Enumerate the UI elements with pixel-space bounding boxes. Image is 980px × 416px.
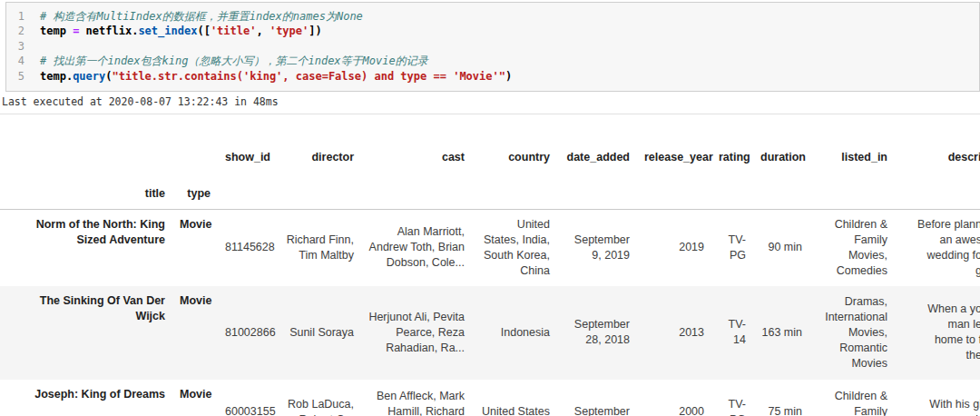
cell-director: Richard Finn, Tim Maltby xyxy=(278,210,361,286)
line-number: 5 xyxy=(6,69,35,84)
cell-show_id: 60003155 xyxy=(218,380,278,416)
line-number: 1 xyxy=(6,9,35,24)
index-name-type: type xyxy=(172,187,218,210)
col-header-duration: duration xyxy=(753,138,809,187)
code-line[interactable]: 1# 构造含有MultiIndex的数据框，并重置index的names为Non… xyxy=(6,9,979,24)
index-name-spacer xyxy=(753,187,809,210)
col-header-country: country xyxy=(472,138,557,187)
description-line: an awes xyxy=(902,233,980,248)
index-name-spacer xyxy=(895,187,980,210)
code-token: temp xyxy=(40,25,73,37)
col-header-director: director xyxy=(278,138,361,187)
cell-cast: Herjunot Ali, Pevita Pearce, Reza Rahadi… xyxy=(361,286,472,380)
cell-show_id: 81145628 xyxy=(218,210,278,286)
code-text[interactable]: temp = netflix.set_index(['title', 'type… xyxy=(35,24,322,38)
table-row: The Sinking Of Van Der WijckMovie8100286… xyxy=(0,286,980,380)
description-line: wedding fo xyxy=(902,248,980,263)
index-name-spacer xyxy=(278,187,361,210)
code-token: # 找出第一个index包含king（忽略大小写），第二个index等于Movi… xyxy=(40,54,428,67)
execution-status: Last executed at 2020-08-07 13:22:43 in … xyxy=(0,92,980,114)
index-name-title: title xyxy=(0,187,172,210)
row-index-type: Movie xyxy=(172,210,218,286)
cell-listed_in: Children & Family Movies, xyxy=(809,380,895,416)
line-number: 2 xyxy=(6,24,35,38)
table-row: Norm of the North: King Sized AdventureM… xyxy=(0,210,980,286)
cell-duration: 75 min xyxy=(753,380,809,416)
index-name-spacer xyxy=(637,187,711,210)
cell-description: Before plannan aweswedding fog xyxy=(895,210,980,286)
cell-rating: TV-PG xyxy=(711,380,753,416)
code-line[interactable]: 4# 找出第一个index包含king（忽略大小写），第二个index等于Mov… xyxy=(6,54,979,68)
code-line[interactable]: 3 xyxy=(6,39,979,54)
line-number: 3 xyxy=(6,39,35,54)
description-line: dr xyxy=(902,412,980,416)
code-text[interactable]: # 找出第一个index包含king（忽略大小写），第二个index等于Movi… xyxy=(35,54,428,68)
row-index-title: Joseph: King of Dreams xyxy=(0,380,172,416)
line-number: 4 xyxy=(6,54,35,68)
col-header-cast: cast xyxy=(361,138,472,187)
notebook-page: { "code_cell": { "lines": [ { "no": "1",… xyxy=(0,0,980,416)
column-header-row: show_iddirectorcastcountrydate_addedrele… xyxy=(0,138,980,187)
cell-country: United States, India, South Korea, China xyxy=(472,210,557,286)
cell-director: Sunil Soraya xyxy=(278,286,361,380)
cell-country: Indonesia xyxy=(472,286,557,380)
index-name-spacer xyxy=(218,187,278,210)
code-cell[interactable]: 1# 构造含有MultiIndex的数据框，并重置index的names为Non… xyxy=(5,2,980,92)
index-name-spacer xyxy=(472,187,557,210)
description-line: man le xyxy=(902,317,980,332)
cell-date_added: September 9, 2019 xyxy=(557,210,637,286)
col-header-description: description xyxy=(895,138,980,187)
description-line: Before plann xyxy=(902,217,980,233)
description-line: With his gi xyxy=(902,397,980,412)
dataframe-output: show_iddirectorcastcountrydate_addedrele… xyxy=(0,138,980,416)
table-row: Joseph: King of DreamsMovie60003155Rob L… xyxy=(0,380,980,416)
row-index-type: Movie xyxy=(172,286,218,380)
code-line[interactable]: 5temp.query("title.str.contains('king', … xyxy=(6,69,979,84)
code-text[interactable]: # 构造含有MultiIndex的数据框，并重置index的names为None xyxy=(35,9,363,24)
index-spacer xyxy=(172,138,218,187)
description-line: the xyxy=(902,348,980,363)
cell-director: Rob LaDuca, Robert C... xyxy=(278,380,361,416)
cell-rating: TV-PG xyxy=(711,210,753,286)
row-index-title: Norm of the North: King Sized Adventure xyxy=(0,210,172,286)
code-text[interactable]: temp.query("title.str.contains('king', c… xyxy=(35,69,512,84)
col-header-release_year: release_year xyxy=(637,138,711,187)
cell-release_year: 2013 xyxy=(637,286,711,380)
code-text[interactable] xyxy=(35,39,40,54)
cell-release_year: 2019 xyxy=(637,210,711,286)
cell-duration: 90 min xyxy=(753,210,809,286)
index-name-spacer xyxy=(557,187,637,210)
index-name-row: titletype xyxy=(0,187,980,210)
code-token: ) xyxy=(505,70,512,83)
cell-release_year: 2000 xyxy=(637,380,711,416)
row-index-title: The Sinking Of Van Der Wijck xyxy=(0,286,172,380)
cell-cast: Ben Affleck, Mark Hamill, Richard Herd..… xyxy=(361,380,472,416)
cell-cast: Alan Marriott, Andrew Toth, Brian Dobson… xyxy=(361,210,472,286)
cell-listed_in: Children & Family Movies, Comedies xyxy=(809,210,895,286)
cell-listed_in: Dramas, International Movies, Romantic M… xyxy=(809,286,895,380)
code-token: , xyxy=(256,25,269,37)
code-token: temp. xyxy=(40,70,73,83)
description-line: When a yo xyxy=(902,302,980,317)
cell-description: With his gidr xyxy=(895,380,980,416)
code-line[interactable]: 2temp = netflix.set_index(['title', 'typ… xyxy=(6,24,979,38)
code-token: query xyxy=(73,70,105,83)
code-token: 'title' xyxy=(211,25,257,37)
cell-show_id: 81002866 xyxy=(218,286,278,380)
description-line: g xyxy=(902,263,980,279)
code-token: 'type' xyxy=(270,25,309,37)
cell-date_added: September xyxy=(557,380,637,416)
col-header-show_id: show_id xyxy=(218,138,278,187)
row-index-type: Movie xyxy=(172,380,218,416)
cell-date_added: September 28, 2018 xyxy=(557,286,637,380)
cell-rating: TV-14 xyxy=(711,286,753,380)
code-token: netflix. xyxy=(79,25,138,37)
col-header-listed_in: listed_in xyxy=(809,138,895,187)
code-token: # 构造含有MultiIndex的数据框，并重置index的names为None xyxy=(40,10,363,23)
index-name-spacer xyxy=(361,187,472,210)
cell-description: When a yoman lehome to fthe xyxy=(895,286,980,380)
code-token: set_index xyxy=(138,25,197,37)
code-token: ([ xyxy=(197,25,210,37)
col-header-rating: rating xyxy=(711,138,753,187)
dataframe-table: show_iddirectorcastcountrydate_addedrele… xyxy=(0,138,980,416)
